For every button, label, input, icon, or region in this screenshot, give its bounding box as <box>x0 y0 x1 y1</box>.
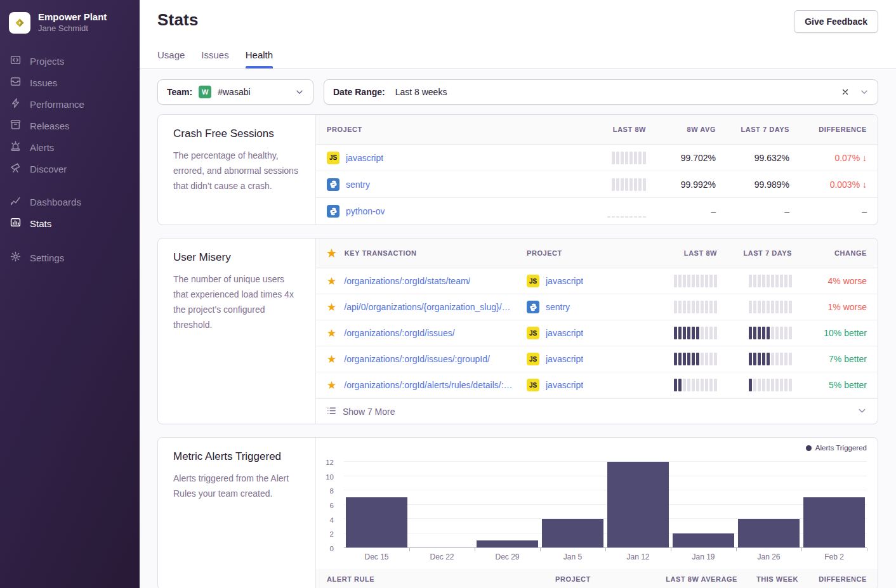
sidebar-nav: Projects Issues Performance Releases <box>0 48 140 271</box>
team-avatar: W <box>199 86 211 98</box>
panel-title: User Misery <box>173 251 300 264</box>
sparkline-last-8w <box>674 275 717 287</box>
chart-legend[interactable]: Alerts Triggered <box>806 444 867 452</box>
change-value: 7% better <box>792 354 867 364</box>
transaction-link[interactable]: /organizations/:orgId/stats/team/ <box>344 276 470 286</box>
tab-issues[interactable]: Issues <box>201 49 228 68</box>
sidebar-item-settings[interactable]: Settings <box>0 247 140 268</box>
sidebar: Empower Plant Jane Schmidt Projects Issu… <box>0 0 140 588</box>
discover-icon <box>10 162 21 175</box>
sidebar-item-stats[interactable]: Stats <box>0 212 140 234</box>
chart-bar[interactable] <box>540 462 605 547</box>
javascript-platform-icon: JS <box>527 353 539 365</box>
chart-bar[interactable] <box>801 462 867 547</box>
project-link[interactable]: sentry <box>346 180 370 190</box>
projects-icon <box>10 55 21 67</box>
javascript-platform-icon: JS <box>327 152 339 164</box>
chart-bar[interactable] <box>409 462 475 547</box>
change-value: 10% better <box>792 328 867 338</box>
list-icon <box>327 406 336 417</box>
table-header-row: ★ KEY TRANSACTION PROJECT LAST 8W LAST 7… <box>316 238 878 268</box>
chevron-down-icon <box>295 88 304 96</box>
change-value: 5% better <box>792 380 867 390</box>
team-select[interactable]: Team: W #wasabi <box>157 79 313 105</box>
key-transaction-star-icon[interactable]: ★ <box>327 328 336 339</box>
transaction-link[interactable]: /api/0/organizations/{organization_slug}… <box>344 302 514 312</box>
sidebar-item-performance[interactable]: Performance <box>0 93 140 115</box>
app-root: Empower Plant Jane Schmidt Projects Issu… <box>0 0 896 588</box>
javascript-platform-icon: JS <box>527 379 539 391</box>
date-range-select[interactable]: Date Range: Last 8 weeks <box>324 79 878 105</box>
crash-free-description-col: Crash Free Sessions The percentage of he… <box>158 115 316 225</box>
chart-bar[interactable] <box>475 462 540 547</box>
project-link[interactable]: javascript <box>546 276 583 286</box>
chart-bar[interactable] <box>671 462 736 547</box>
give-feedback-button[interactable]: Give Feedback <box>794 10 878 33</box>
content: Team: W #wasabi Date Range: Last 8 weeks <box>140 69 896 588</box>
col-8w-avg: 8W AVG <box>646 126 716 133</box>
col-difference: DIFFERENCE <box>798 575 867 583</box>
clear-icon[interactable] <box>841 88 850 96</box>
tab-bar: Usage Issues Health <box>157 49 878 68</box>
x-tick-label: Dec 15 <box>344 552 409 561</box>
sidebar-item-projects[interactable]: Projects <box>0 50 140 72</box>
avg-8w-value: 99.702% <box>646 153 716 163</box>
avg-8w-value: 99.992% <box>646 180 716 190</box>
transaction-link[interactable]: /organizations/:orgId/issues/:groupId/ <box>344 354 490 364</box>
chart-bar[interactable] <box>736 462 801 547</box>
sidebar-item-dashboards[interactable]: Dashboards <box>0 191 140 212</box>
sparkline-last-8w <box>674 301 717 313</box>
chart-bar[interactable] <box>344 462 409 547</box>
project-link[interactable]: sentry <box>546 302 570 312</box>
project-link[interactable]: javascript <box>346 153 383 163</box>
transaction-link[interactable]: /organizations/:orgId/issues/ <box>344 328 454 338</box>
python-platform-icon <box>327 178 339 191</box>
key-transaction-star-icon[interactable]: ★ <box>327 380 336 391</box>
table-row: ★ /organizations/:orgId/alerts/rules/det… <box>316 372 878 398</box>
org-names: Empower Plant Jane Schmidt <box>38 11 107 34</box>
sidebar-item-releases[interactable]: Releases <box>0 115 140 136</box>
project-link[interactable]: python-ov <box>346 206 385 216</box>
sidebar-item-discover[interactable]: Discover <box>0 158 140 180</box>
tab-usage[interactable]: Usage <box>157 49 185 68</box>
x-tick-label: Jan 26 <box>736 552 801 561</box>
panel-title: Crash Free Sessions <box>173 127 300 140</box>
sparkline-last-7d <box>749 327 792 339</box>
chevron-down-icon[interactable] <box>860 88 869 96</box>
alerts-triggered-chart: Alerts Triggered 024681012 <box>316 438 878 548</box>
project-link[interactable]: javascript <box>546 328 583 338</box>
performance-icon <box>10 98 21 110</box>
panel-description: Alerts triggered from the Alert Rules yo… <box>173 471 300 501</box>
tab-health[interactable]: Health <box>246 49 273 68</box>
chart-bars <box>344 462 867 547</box>
nav-divider <box>0 234 140 247</box>
project-link[interactable]: javascript <box>546 380 583 390</box>
chevron-down-icon <box>857 406 867 417</box>
alerts-icon <box>10 141 21 154</box>
key-transaction-star-icon[interactable]: ★ <box>327 354 336 365</box>
sidebar-item-issues[interactable]: Issues <box>0 72 140 93</box>
sidebar-item-label: Issues <box>30 77 57 88</box>
crash-free-table: PROJECT LAST 8W 8W AVG LAST 7 DAYS DIFFE… <box>316 115 878 225</box>
transaction-link[interactable]: /organizations/:orgId/alerts/rules/detai… <box>344 380 514 390</box>
sidebar-item-alerts[interactable]: Alerts <box>0 136 140 158</box>
project-link[interactable]: javascript <box>546 354 583 364</box>
sparkline-last-8w <box>674 379 717 391</box>
key-transaction-star-icon[interactable]: ★ <box>327 302 336 313</box>
last-7d-value: 99.989% <box>716 180 789 190</box>
key-transaction-star-icon[interactable]: ★ <box>327 276 336 287</box>
col-alert-rule: ALERT RULE <box>327 575 555 583</box>
python-platform-icon <box>327 205 339 218</box>
python-platform-icon <box>527 301 539 313</box>
nav-divider <box>0 180 140 191</box>
last-7d-value: – <box>716 206 789 216</box>
show-more-row[interactable]: Show 7 More <box>316 398 878 424</box>
chart-bar[interactable] <box>605 462 671 547</box>
sidebar-item-label: Alerts <box>30 142 54 153</box>
table-row: sentry 99.992% 99.989% 0.003% ↓ <box>316 171 878 198</box>
filter-bar: Team: W #wasabi Date Range: Last 8 weeks <box>157 79 878 105</box>
org-switcher[interactable]: Empower Plant Jane Schmidt <box>0 0 140 48</box>
col-project: PROJECT <box>327 126 563 133</box>
col-last-7-days: LAST 7 DAYS <box>717 249 792 257</box>
sparkline <box>607 205 646 218</box>
